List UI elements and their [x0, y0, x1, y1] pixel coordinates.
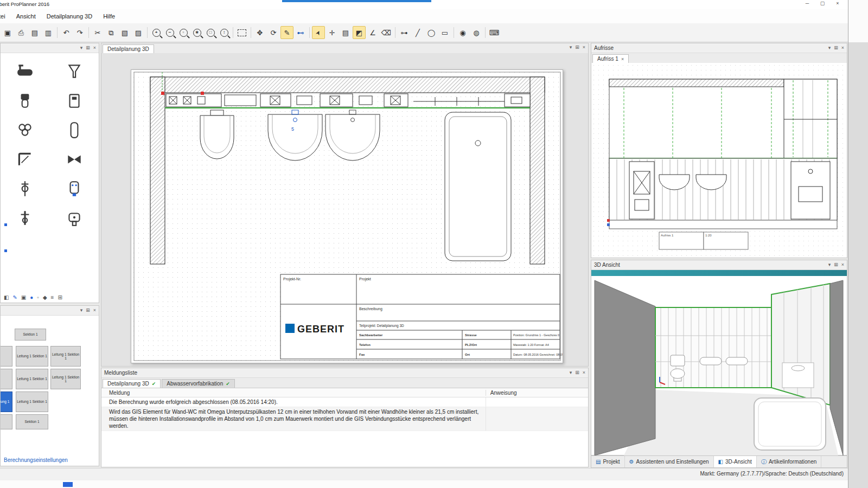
bottom-tab-2[interactable]: ◧3D-Ansicht	[714, 456, 757, 467]
float-icon[interactable]: ⊞	[86, 308, 90, 313]
bathtub-icon[interactable]	[12, 61, 37, 82]
selection-handle[interactable]	[201, 92, 204, 95]
drawing-sheet[interactable]: 5	[131, 69, 563, 363]
pan-button[interactable]: ✥	[253, 26, 266, 39]
rotate-view-button[interactable]: ⟳	[267, 26, 280, 39]
structure-block-6[interactable]: Leitung 1 Sektion 1	[50, 369, 81, 389]
menu-item-1[interactable]: Ansicht	[11, 13, 41, 20]
close-icon[interactable]: ×	[841, 262, 844, 267]
format-painter-button[interactable]: ▨	[132, 26, 145, 39]
cut-button[interactable]: ✂	[91, 26, 104, 39]
calculation-settings-link[interactable]: Berechnungseinstellungen	[1, 455, 99, 465]
move-button[interactable]: ✛	[326, 26, 339, 39]
structure-block-3[interactable]: Leitung 1 Sektion 1	[50, 346, 81, 367]
structure-block-7[interactable]: Leitung 1	[1, 391, 12, 412]
wc-fixture[interactable]	[200, 110, 234, 159]
drain-icon[interactable]	[12, 119, 37, 141]
view3d-canvas[interactable]	[591, 276, 847, 455]
library-tab-1-icon[interactable]: ◧	[4, 294, 9, 300]
window-maximize-button[interactable]: ▢	[819, 1, 826, 6]
bathtub-fixture[interactable]	[445, 112, 511, 261]
close-icon[interactable]: ×	[583, 45, 585, 50]
bottom-tab-1[interactable]: ⚙Assistenten und Einstellungen	[625, 456, 714, 467]
document-tab[interactable]: Detailplanung 3D	[103, 44, 154, 53]
structure-diagram[interactable]: Sektion 1Leitung 1 Sektion 1Leitung 1 Se…	[1, 316, 99, 441]
structure-block-4[interactable]	[1, 369, 12, 389]
message-row-0[interactable]: Die Berechnung wurde erfolgreich abgesch…	[101, 397, 588, 407]
float-icon[interactable]: ⊞	[575, 370, 579, 375]
library-tab-2-icon[interactable]: ✎	[12, 294, 17, 300]
fitting-bend-button[interactable]: ╱	[411, 26, 424, 39]
smart-connect-button[interactable]: ◩	[353, 26, 366, 39]
structure-block-1[interactable]	[1, 346, 12, 367]
fitting-straight-button[interactable]: ⊶	[398, 26, 411, 39]
save-button[interactable]: ▣	[1, 26, 14, 39]
report-button[interactable]: ▥	[42, 26, 55, 39]
print-preview-button[interactable]: ▤	[28, 26, 41, 39]
urinal-icon[interactable]	[62, 178, 87, 200]
erase-button[interactable]: ⌫	[380, 26, 393, 39]
globe-button[interactable]: ◉	[456, 26, 469, 39]
installation-elements[interactable]	[166, 94, 530, 107]
bottom-tab-0[interactable]: ▤Projekt	[591, 456, 625, 467]
wc-icon[interactable]	[12, 90, 37, 112]
library-tab-7-icon[interactable]: ≡	[51, 294, 54, 300]
structure-block-8[interactable]: Leitung 1 Sektion 1	[16, 391, 48, 412]
library-tab-4-icon[interactable]: ●	[30, 294, 33, 300]
shower-corner-icon[interactable]	[12, 149, 37, 170]
washbasin-fixture[interactable]	[326, 110, 380, 160]
elevation-canvas[interactable]: Aufriss 1 1:20	[591, 63, 847, 258]
column-header-meldung[interactable]: Meldung	[101, 390, 486, 396]
urinal-funnel-icon[interactable]	[62, 61, 87, 82]
undo-button[interactable]: ↶	[60, 26, 73, 39]
pin-icon[interactable]: ▾	[80, 308, 83, 313]
structure-block-0[interactable]: Sektion 1	[15, 329, 46, 341]
close-icon[interactable]: ×	[841, 46, 844, 50]
edit-points-button[interactable]: ✎	[280, 26, 293, 39]
bottom-tab-3[interactable]: ⓘArtikelinformationen	[757, 456, 821, 467]
library-tab-6-icon[interactable]: ◆	[43, 294, 47, 300]
zoom-window-button[interactable]: ▫	[177, 26, 190, 39]
messages-tab-0[interactable]: Detailplanung 3D✔	[103, 379, 161, 388]
zoom-in-button[interactable]: +	[150, 26, 163, 39]
menu-item-2[interactable]: Detailplanung 3D	[41, 13, 98, 20]
window-minimize-button[interactable]: ─	[803, 1, 811, 6]
connect-elements-button[interactable]: ⊷	[294, 26, 307, 39]
fitting-oval-button[interactable]: ◯	[425, 26, 438, 39]
redo-button[interactable]: ↷	[73, 26, 86, 39]
window-close-button[interactable]: ×	[834, 1, 841, 6]
selection-handle[interactable]	[161, 92, 164, 95]
menu-item-3[interactable]: Hilfe	[98, 13, 120, 20]
elevation-drawing[interactable]: Aufriss 1 1:20	[591, 63, 847, 258]
copy-button[interactable]: ⧉	[105, 26, 118, 39]
close-icon[interactable]: ×	[583, 370, 585, 375]
structure-block-2[interactable]: Leitung 1 Sektion 1	[16, 346, 48, 367]
float-icon[interactable]: ⊞	[86, 46, 90, 50]
library-tab-5-icon[interactable]: ▫	[37, 294, 39, 300]
zoom-all-button[interactable]: ∗	[190, 26, 203, 39]
cistern-icon[interactable]	[62, 90, 87, 112]
measure-button[interactable]: ∠	[366, 26, 379, 39]
structure-block-9[interactable]	[1, 414, 12, 429]
close-icon[interactable]: ×	[93, 46, 96, 50]
title-block[interactable]: Projekt-Nr. Projekt Beschreibung Teilpro…	[280, 274, 563, 359]
float-icon[interactable]: ⊞	[834, 46, 838, 50]
zoom-extents-button[interactable]: ↕	[218, 26, 231, 39]
scene-3d[interactable]	[591, 276, 847, 455]
pin-icon[interactable]: ▾	[570, 370, 572, 375]
pin-icon[interactable]: ▾	[828, 46, 831, 50]
message-row-1[interactable]: Wird das GIS Element für Wand-WC mit Ome…	[101, 407, 588, 431]
lock-button[interactable]: ◍	[470, 26, 483, 39]
float-icon[interactable]: ⊞	[834, 262, 838, 267]
close-icon[interactable]: ×	[93, 308, 96, 313]
library-tab-8-icon[interactable]: ⊞	[58, 294, 62, 300]
bathtub-top-icon[interactable]	[62, 119, 87, 141]
pipe-valve-icon[interactable]	[12, 178, 37, 200]
library-tab-3-icon[interactable]: ▣	[21, 294, 26, 300]
structure-block-10[interactable]: Sektion 1	[16, 414, 48, 429]
float-icon[interactable]: ⊞	[575, 45, 579, 50]
selection-frame-button[interactable]	[235, 26, 248, 39]
zoom-page-button[interactable]: □	[204, 26, 217, 39]
washbasin-fixture[interactable]: 5	[268, 110, 322, 160]
keyboard-button[interactable]: ⌨	[488, 26, 501, 39]
